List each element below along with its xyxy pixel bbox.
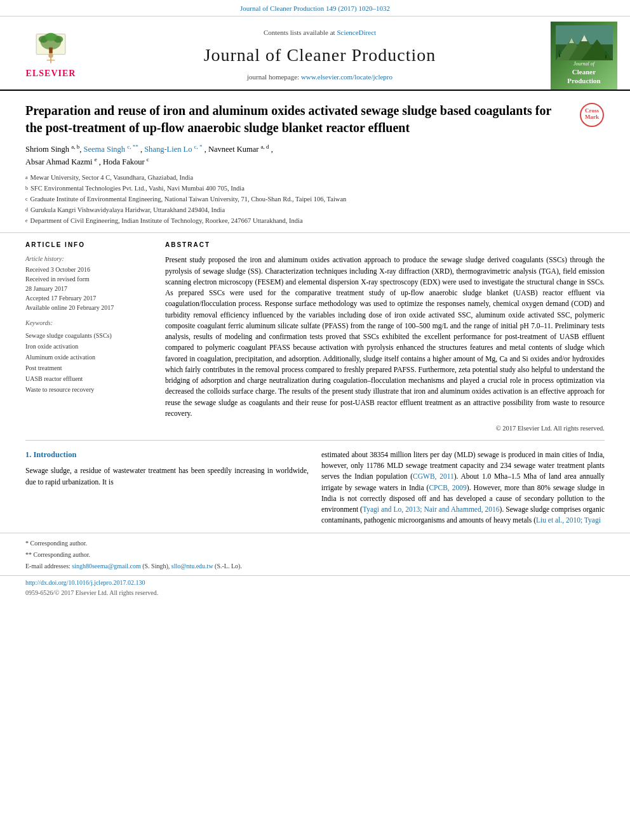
journal-citation: Journal of Cleaner Production 149 (2017)… — [240, 4, 390, 12]
affil-e: e Department of Civil Engineering, India… — [25, 216, 605, 227]
intro-right: estimated about 38354 million liters per… — [321, 450, 605, 526]
email2-link[interactable]: sllo@ntu.edu.tw — [171, 563, 213, 570]
keyword-1: Sewage sludge coagulants (SSCs) — [25, 330, 152, 341]
abstract-col: ABSTRACT Present study proposed the iron… — [165, 241, 605, 433]
footer: http://dx.doi.org/10.1016/j.jclepro.2017… — [0, 575, 630, 600]
ref-cgwb[interactable]: CGWB, 2011 — [413, 472, 454, 480]
keyword-2: Iron oxide activation — [25, 341, 152, 352]
article-title: Preparation and reuse of iron and alumin… — [25, 102, 605, 137]
issn-text: 0959-6526/© 2017 Elsevier Ltd. All right… — [25, 589, 158, 596]
journal-title-header: Journal of Cleaner Production — [204, 43, 436, 67]
email1-link[interactable]: singh80seema@gmail.com — [72, 563, 140, 570]
elsevier-logo-area: ELSEVIER — [13, 22, 89, 90]
affil-d: d Gurukula Kangri Vishwavidyalaya Haridw… — [25, 205, 605, 216]
mountain-icon — [556, 25, 613, 60]
article-info-col: ARTICLE INFO Article history: Received 3… — [25, 241, 152, 433]
author-shang: Shang-Lien Lo c, * — [144, 145, 202, 154]
badge-journal-label: Journal of — [573, 60, 594, 67]
svg-point-6 — [48, 53, 53, 58]
received-date: Received 3 October 2016 Received in revi… — [25, 265, 152, 312]
contents-line: Contents lists available at ScienceDirec… — [264, 28, 376, 37]
svg-text:Cross: Cross — [585, 107, 599, 114]
badge-cleaner-label: Cleaner — [572, 68, 596, 76]
header-center: Contents lists available at ScienceDirec… — [89, 22, 551, 90]
keyword-3: Aluminum oxide activation — [25, 352, 152, 363]
copyright-line: © 2017 Elsevier Ltd. All rights reserved… — [165, 424, 605, 434]
elsevier-tree-icon — [29, 31, 73, 66]
footnote-email: E-mail addresses: singh80seema@gmail.com… — [25, 561, 605, 571]
svg-rect-2 — [49, 48, 53, 53]
introduction-section: 1. Introduction Sewage sludge, a residue… — [0, 441, 630, 533]
affiliations: a Mewar University, Sector 4 C, Vasundha… — [25, 173, 605, 226]
keyword-5: UASB reactor effluent — [25, 373, 152, 384]
author-shriom: Shriom Singh a, b, — [25, 145, 84, 154]
affil-b: b SFC Environmental Technologies Pvt. Lt… — [25, 183, 605, 194]
crossmark-logo: Cross Mark — [579, 102, 605, 132]
header: ELSEVIER Contents lists available at Sci… — [0, 17, 630, 91]
svg-point-5 — [45, 33, 57, 41]
two-col-section: ARTICLE INFO Article history: Received 3… — [0, 232, 630, 439]
footnote-star: * Corresponding author. — [25, 538, 605, 549]
badge-production-label: Production — [567, 76, 600, 86]
abstract-heading: ABSTRACT — [165, 241, 605, 250]
author-absar: Absar Ahmad Kazmi e — [25, 157, 97, 166]
sciencedirect-link[interactable]: ScienceDirect — [337, 29, 376, 36]
author-hoda: Hoda Fakour c — [103, 157, 149, 166]
article-history: Article history: Received 3 October 2016… — [25, 255, 152, 312]
footnotes-section: * Corresponding author. ** Corresponding… — [0, 533, 630, 575]
intro-left: 1. Introduction Sewage sludge, a residue… — [25, 450, 309, 526]
keywords-section: Keywords: Sewage sludge coagulants (SSCs… — [25, 319, 152, 395]
keyword-6: Waste to resource recovery — [25, 384, 152, 395]
affil-c: c Graduate Institute of Environmental En… — [25, 194, 605, 205]
intro-text-right: estimated about 38354 million liters per… — [321, 450, 605, 526]
author-navneet: Navneet Kumar a, d — [208, 145, 269, 154]
homepage-line: journal homepage: www.elsevier.com/locat… — [247, 72, 392, 82]
cleaner-production-badge: Journal of Cleaner Production — [551, 22, 617, 90]
author-seema: Seema Singh c, ** — [84, 145, 138, 154]
abstract-text: Present study proposed the iron and alum… — [165, 255, 605, 419]
elsevier-wordmark: ELSEVIER — [26, 67, 76, 80]
keyword-4: Post treatment — [25, 363, 152, 373]
footnote-double-star: ** Corresponding author. — [25, 550, 605, 560]
affil-a: a Mewar University, Sector 4 C, Vasundha… — [25, 173, 605, 183]
authors: Shriom Singh a, b, Seema Singh c, ** , S… — [25, 143, 605, 168]
ref-tyagi[interactable]: Tyagi and Lo, 2013; Nair and Ahammed, 20… — [363, 505, 500, 513]
homepage-link[interactable]: www.elsevier.com/locate/jclepro — [301, 73, 392, 81]
keywords-list: Sewage sludge coagulants (SSCs) Iron oxi… — [25, 330, 152, 395]
ref-liu[interactable]: Liu et al., 2010; Tyagi — [536, 516, 601, 524]
svg-text:Mark: Mark — [585, 114, 599, 120]
doi-link[interactable]: http://dx.doi.org/10.1016/j.jclepro.2017… — [25, 578, 605, 587]
intro-text-left: Sewage sludge, a residue of wastewater t… — [25, 465, 309, 488]
top-bar: Journal of Cleaner Production 149 (2017)… — [0, 0, 630, 17]
article-title-section: Preparation and reuse of iron and alumin… — [0, 91, 630, 232]
ref-cpcb[interactable]: CPCB, 2009 — [429, 484, 466, 491]
keywords-label: Keywords: — [25, 319, 152, 328]
article-info-heading: ARTICLE INFO — [25, 241, 152, 250]
intro-heading: 1. Introduction — [25, 450, 309, 461]
history-label: Article history: — [25, 255, 152, 263]
